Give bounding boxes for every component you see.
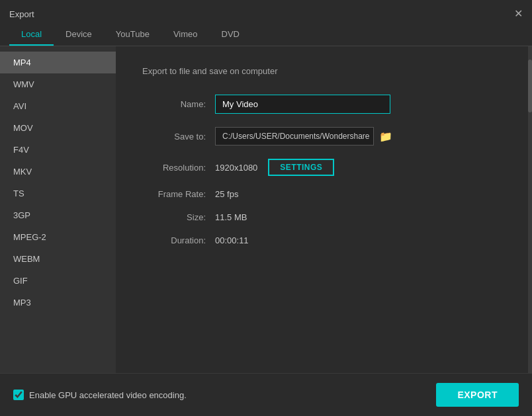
resolution-label: Resolution: — [142, 163, 215, 173]
sidebar-item-webm[interactable]: WEBM — [0, 248, 116, 270]
save-to-label: Save to: — [142, 132, 215, 142]
tab-local[interactable]: Local — [9, 24, 54, 46]
footer: Enable GPU accelerated video encoding. E… — [0, 373, 532, 416]
save-to-row: Save to: C:/Users/USER/Documents/Wonders… — [142, 127, 506, 146]
scrollbar-thumb[interactable] — [528, 60, 532, 112]
sidebar-item-wmv[interactable]: WMV — [0, 73, 116, 95]
sidebar-item-f4v[interactable]: F4V — [0, 139, 116, 161]
tab-device[interactable]: Device — [54, 24, 104, 46]
format-sidebar: MP4 WMV AVI MOV F4V MKV TS 3GP — [0, 46, 116, 373]
frame-rate-value: 25 fps — [215, 189, 238, 199]
sidebar-item-mpeg2[interactable]: MPEG-2 — [0, 226, 116, 248]
name-label: Name: — [142, 99, 215, 109]
resolution-value: 1920x1080 — [215, 163, 257, 173]
save-to-path: C:/Users/USER/Documents/Wondershare — [215, 127, 374, 146]
sidebar-item-mov[interactable]: MOV — [0, 117, 116, 139]
name-row: Name: — [142, 95, 506, 114]
duration-value: 00:00:11 — [215, 235, 249, 245]
resolution-container: 1920x1080 SETTINGS — [215, 159, 334, 176]
sidebar-item-3gp[interactable]: 3GP — [0, 204, 116, 226]
close-button[interactable]: ✕ — [514, 9, 523, 19]
export-window: Export ✕ Local Device YouTube Vimeo DVD … — [0, 0, 532, 416]
tabs-bar: Local Device YouTube Vimeo DVD — [0, 24, 532, 46]
panel-title: Export to file and save on computer — [142, 66, 506, 76]
gpu-row: Enable GPU accelerated video encoding. — [13, 390, 187, 400]
tab-youtube[interactable]: YouTube — [104, 24, 161, 46]
scrollbar[interactable] — [528, 46, 532, 373]
titlebar: Export ✕ — [0, 0, 532, 24]
size-label: Size: — [142, 212, 215, 222]
tab-dvd[interactable]: DVD — [210, 24, 251, 46]
frame-rate-label: Frame Rate: — [142, 189, 215, 199]
sidebar-item-mp3[interactable]: MP3 — [0, 292, 116, 313]
settings-button[interactable]: SETTINGS — [268, 159, 334, 176]
export-button[interactable]: EXPORT — [436, 383, 519, 407]
resolution-row: Resolution: 1920x1080 SETTINGS — [142, 159, 506, 176]
sidebar-item-mkv[interactable]: MKV — [0, 161, 116, 183]
main-panel: Export to file and save on computer Name… — [116, 46, 532, 373]
size-value: 11.5 MB — [215, 212, 247, 222]
frame-rate-row: Frame Rate: 25 fps — [142, 189, 506, 199]
sidebar-item-ts[interactable]: TS — [0, 183, 116, 204]
gpu-label: Enable GPU accelerated video encoding. — [29, 390, 187, 400]
sidebar-item-mp4[interactable]: MP4 — [0, 52, 116, 73]
sidebar-item-gif[interactable]: GIF — [0, 270, 116, 292]
size-row: Size: 11.5 MB — [142, 212, 506, 222]
gpu-checkbox[interactable] — [13, 390, 24, 400]
duration-label: Duration: — [142, 235, 215, 245]
folder-icon[interactable]: 📁 — [379, 130, 392, 143]
tab-vimeo[interactable]: Vimeo — [161, 24, 210, 46]
save-to-container: C:/Users/USER/Documents/Wondershare 📁 — [215, 127, 392, 146]
window-title: Export — [9, 9, 34, 19]
duration-row: Duration: 00:00:11 — [142, 235, 506, 245]
content-area: MP4 WMV AVI MOV F4V MKV TS 3GP — [0, 46, 532, 373]
sidebar-item-avi[interactable]: AVI — [0, 95, 116, 117]
name-input[interactable] — [215, 95, 390, 114]
